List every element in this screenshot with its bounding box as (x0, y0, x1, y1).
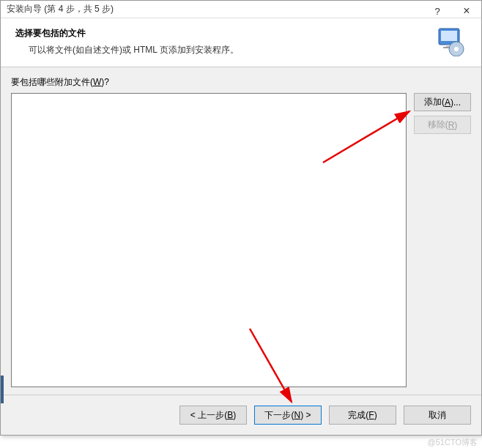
titlebar-controls: ? × (423, 1, 481, 18)
close-button[interactable]: × (452, 1, 481, 21)
header-section: 选择要包括的文件 可以将文件(如自述文件)或 HTML 页添加到安装程序。 (1, 18, 481, 67)
header-texts: 选择要包括的文件 可以将文件(如自述文件)或 HTML 页添加到安装程序。 (12, 27, 429, 56)
watermark: @51CTO博客 (428, 437, 478, 448)
page-title: 选择要包括的文件 (12, 27, 429, 40)
help-button[interactable]: ? (423, 1, 452, 21)
footer: < 上一步(B) 下一步(N) > 完成(F) 取消 (1, 395, 481, 435)
files-label: 要包括哪些附加文件(W)? (11, 76, 471, 89)
titlebar-title: 安装向导 (第 4 步，共 5 步) (7, 3, 114, 15)
titlebar: 安装向导 (第 4 步，共 5 步) ? × (1, 1, 481, 18)
decorative-edge (1, 376, 4, 403)
cancel-button[interactable]: 取消 (404, 406, 471, 425)
svg-rect-1 (441, 31, 457, 41)
next-button[interactable]: 下一步(N) > (254, 406, 322, 425)
install-icon (436, 27, 465, 56)
list-row: 添加(A)... 移除(R) (11, 93, 471, 387)
content-area: 要包括哪些附加文件(W)? 添加(A)... 移除(R) (1, 67, 481, 395)
remove-button: 移除(R) (414, 116, 471, 134)
finish-button[interactable]: 完成(F) (329, 406, 396, 425)
side-buttons: 添加(A)... 移除(R) (414, 93, 471, 387)
svg-point-5 (454, 47, 459, 51)
back-button[interactable]: < 上一步(B) (179, 406, 247, 425)
files-listbox[interactable] (11, 93, 407, 387)
install-wizard-dialog: 安装向导 (第 4 步，共 5 步) ? × 选择要包括的文件 可以将文件(如自… (0, 0, 482, 436)
add-button[interactable]: 添加(A)... (414, 93, 471, 111)
page-description: 可以将文件(如自述文件)或 HTML 页添加到安装程序。 (12, 44, 429, 56)
